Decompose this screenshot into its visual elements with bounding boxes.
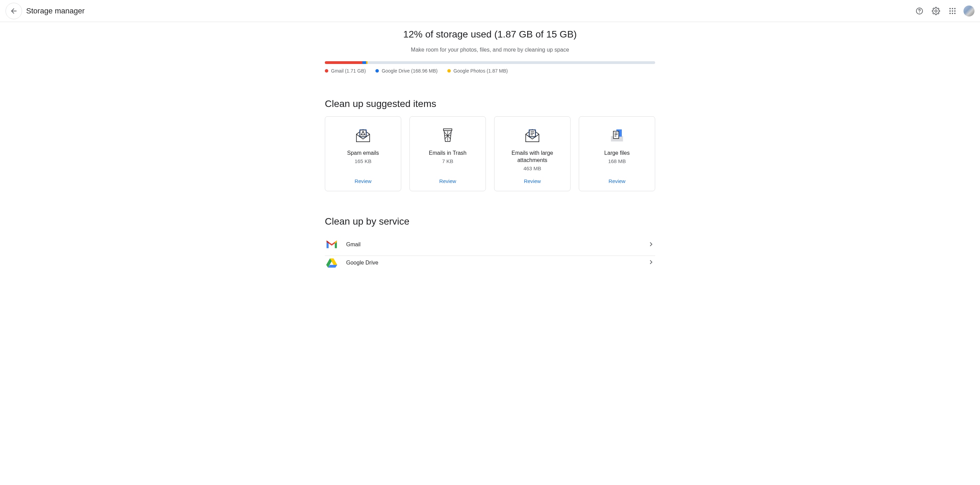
card-emails-trash: Emails in Trash 7 KB Review [409,116,486,191]
card-title: Emails in Trash [429,149,466,157]
legend-label: Google Photos (1.87 MB) [453,68,508,74]
review-button[interactable]: Review [439,171,456,184]
card-title: Emails with large attachments [500,149,565,164]
service-label: Google Drive [346,260,378,266]
legend-dot-icon [375,69,379,73]
storage-seg-gmail [325,61,362,64]
header-right [913,4,975,18]
card-size: 7 KB [442,158,453,164]
help-button[interactable] [913,4,926,18]
arrow-left-icon [10,7,18,15]
legend-item-photos: Google Photos (1.87 MB) [447,68,508,74]
card-title: Large files [604,149,630,157]
account-avatar[interactable] [964,5,975,16]
review-button[interactable]: Review [608,171,625,184]
card-size: 168 MB [608,158,626,164]
svg-point-4 [952,8,953,9]
storage-seg-drive [362,61,366,64]
suggested-cards: Spam emails 165 KB Review Emails in Tras… [325,116,655,191]
legend-label: Google Drive (168.96 MB) [382,68,438,74]
legend-item-drive: Google Drive (168.96 MB) [375,68,438,74]
gear-icon [932,7,940,15]
svg-marker-36 [328,265,337,268]
card-title: Spam emails [347,149,379,157]
legend-item-gmail: Gmail (1.71 GB) [325,68,366,74]
storage-seg-photos [366,61,368,64]
spam-envelope-icon [353,125,373,145]
card-spam-emails: Spam emails 165 KB Review [325,116,401,191]
svg-point-9 [950,13,951,14]
help-icon [915,7,924,15]
storage-bar [325,61,655,64]
storage-usage-sub: Make room for your photos, files, and mo… [325,47,655,53]
suggested-heading: Clean up suggested items [325,99,655,110]
review-button[interactable]: Review [355,171,371,184]
by-service-heading: Clean up by service [325,216,655,227]
chevron-right-icon [647,240,655,250]
gmail-icon [325,238,339,251]
service-row-gmail[interactable]: Gmail [325,234,655,256]
trash-icon [438,125,457,145]
header: Storage manager [0,0,980,22]
storage-legend: Gmail (1.71 GB) Google Drive (168.96 MB)… [325,68,655,74]
svg-point-11 [954,13,956,14]
svg-point-3 [950,8,951,9]
storage-usage-heading: 12% of storage used (1.87 GB of 15 GB) [325,29,655,40]
apps-button[interactable] [946,4,959,18]
main-content: 12% of storage used (1.87 GB of 15 GB) M… [325,22,655,290]
svg-point-1 [919,13,920,13]
card-size: 165 KB [355,158,371,164]
legend-dot-icon [325,69,328,73]
apps-grid-icon [948,7,956,15]
review-button[interactable]: Review [524,171,541,184]
chevron-right-icon [647,258,655,267]
svg-point-2 [935,10,937,12]
legend-label: Gmail (1.71 GB) [331,68,366,74]
page-title: Storage manager [26,6,85,16]
back-button[interactable] [5,3,22,19]
files-icon [607,125,627,145]
svg-point-8 [954,10,956,12]
card-large-attachments: Emails with large attachments 463 MB Rev… [494,116,571,191]
drive-icon [325,256,339,270]
settings-button[interactable] [929,4,943,18]
legend-dot-icon [447,69,451,73]
card-large-files: Large files 168 MB Review [579,116,655,191]
svg-point-10 [952,13,953,14]
attachment-envelope-icon [523,125,542,145]
service-label: Gmail [346,242,361,248]
svg-point-6 [950,10,951,12]
svg-point-7 [952,10,953,12]
service-row-drive[interactable]: Google Drive [325,256,655,270]
card-size: 463 MB [523,165,541,171]
svg-point-5 [954,8,956,9]
